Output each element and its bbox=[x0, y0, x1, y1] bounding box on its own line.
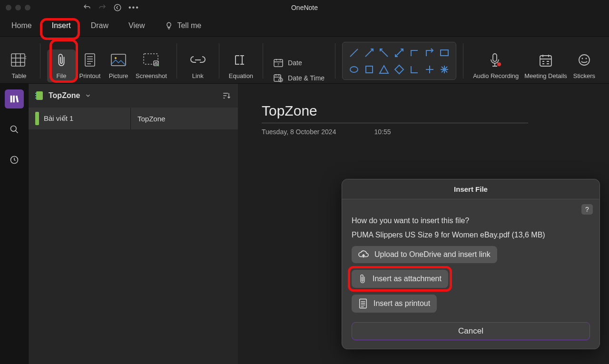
shape-ellipse-icon[interactable] bbox=[349, 64, 359, 75]
shape-rect-icon[interactable] bbox=[439, 48, 450, 58]
insert-file-label: File bbox=[57, 72, 67, 79]
insert-table-button[interactable]: Table bbox=[5, 49, 33, 82]
shape-axis-icon[interactable] bbox=[409, 64, 420, 75]
svg-rect-23 bbox=[36, 91, 43, 100]
svg-rect-3 bbox=[111, 54, 126, 66]
notebook-name-label: TopZone bbox=[49, 91, 80, 100]
maximize-window-icon[interactable] bbox=[25, 5, 30, 10]
shape-diamond-icon[interactable] bbox=[394, 64, 404, 75]
svg-point-4 bbox=[115, 57, 117, 59]
dialog-question: How do you want to insert this file? bbox=[352, 207, 590, 225]
back-icon[interactable] bbox=[113, 3, 122, 12]
upload-onedrive-label: Upload to OneDrive and insert link bbox=[374, 250, 491, 259]
shape-elbow-arrow-icon[interactable] bbox=[424, 48, 435, 58]
insert-link-button[interactable]: Link bbox=[184, 49, 212, 82]
dialog-filename: PUMA Slippers US Size 9 for Women eBay.p… bbox=[352, 231, 590, 239]
page-item[interactable]: TopZone bbox=[131, 108, 238, 129]
minimize-window-icon[interactable] bbox=[15, 5, 21, 10]
picture-icon bbox=[111, 51, 126, 69]
shape-star-icon[interactable] bbox=[439, 64, 450, 75]
insert-printout-button-dialog[interactable]: Insert as printout bbox=[352, 295, 437, 313]
titlebar: ••• OneNote bbox=[0, 0, 609, 15]
rail-search[interactable] bbox=[5, 120, 24, 139]
insert-file-button[interactable]: File bbox=[47, 49, 76, 82]
page-time: 10:55 bbox=[374, 128, 391, 136]
ribbon-insert: Table File Printout Picture Screen bbox=[0, 36, 609, 84]
shape-double-arrow-icon[interactable] bbox=[394, 48, 404, 58]
svg-point-7 bbox=[155, 62, 157, 64]
table-icon bbox=[11, 51, 27, 69]
ribbon-tabs: Home Insert Draw View Tell me bbox=[0, 15, 609, 36]
svg-rect-26 bbox=[35, 98, 37, 98]
svg-point-21 bbox=[10, 126, 16, 132]
meeting-details-button[interactable]: Meeting Details bbox=[521, 50, 570, 82]
shape-arrow-icon[interactable] bbox=[364, 48, 374, 58]
svg-point-19 bbox=[581, 58, 583, 59]
shape-elbow-icon[interactable] bbox=[409, 48, 420, 58]
dialog-help-button[interactable]: ? bbox=[581, 204, 593, 215]
screenshot-icon bbox=[143, 51, 159, 69]
section-label: Bài viết 1 bbox=[44, 114, 73, 123]
audio-recording-label: Audio Recording bbox=[473, 73, 519, 79]
svg-rect-17 bbox=[540, 56, 551, 66]
insert-date-button[interactable]: 7 Date bbox=[274, 59, 324, 67]
insert-datetime-label: Date & Time bbox=[288, 74, 324, 82]
tell-me-label: Tell me bbox=[177, 21, 201, 30]
rail-notebooks[interactable] bbox=[5, 89, 24, 108]
notebook-picker[interactable]: TopZone bbox=[29, 84, 238, 108]
shape-triangle-icon[interactable] bbox=[379, 64, 389, 75]
tab-view[interactable]: View bbox=[124, 19, 149, 33]
tab-draw[interactable]: Draw bbox=[86, 19, 113, 33]
shape-cross-icon[interactable] bbox=[424, 64, 435, 75]
section-color-tab bbox=[35, 112, 39, 125]
shapes-palette[interactable] bbox=[342, 42, 456, 80]
calendar-clock-icon bbox=[274, 74, 283, 82]
insert-equation-button[interactable]: Equation bbox=[226, 49, 256, 82]
redo-icon[interactable] bbox=[98, 3, 107, 12]
insert-screenshot-button[interactable]: Screenshot bbox=[133, 49, 170, 82]
shape-line-icon[interactable] bbox=[349, 48, 359, 58]
more-icon[interactable]: ••• bbox=[128, 3, 139, 12]
insert-picture-label: Picture bbox=[109, 72, 128, 79]
insert-printout-button[interactable]: Printout bbox=[76, 49, 104, 82]
dialog-cancel-button[interactable]: Cancel bbox=[352, 322, 590, 340]
printout-icon bbox=[84, 51, 96, 69]
rail-recent[interactable] bbox=[5, 150, 24, 169]
tab-insert[interactable]: Insert bbox=[47, 19, 76, 33]
section-item[interactable]: Bài viết 1 bbox=[29, 108, 130, 129]
calendar-details-icon bbox=[539, 52, 552, 69]
stickers-button[interactable]: Stickers bbox=[570, 49, 599, 82]
notebook-icon bbox=[35, 91, 44, 100]
close-window-icon[interactable] bbox=[6, 5, 11, 10]
insert-attachment-button[interactable]: Insert as attachment bbox=[352, 270, 448, 288]
svg-point-0 bbox=[114, 4, 121, 11]
app-title: OneNote bbox=[291, 4, 318, 11]
insert-picture-button[interactable]: Picture bbox=[104, 49, 133, 82]
insert-printout-dialog-label: Insert as printout bbox=[373, 299, 430, 308]
tab-home[interactable]: Home bbox=[7, 19, 37, 33]
audio-recording-button[interactable]: Audio Recording bbox=[470, 50, 521, 82]
page-date: Tuesday, 8 October 2024 bbox=[262, 128, 336, 136]
window-controls[interactable] bbox=[6, 5, 30, 10]
left-rail bbox=[0, 84, 29, 364]
tell-me[interactable]: Tell me bbox=[160, 19, 206, 33]
navigation-sidebar: TopZone Bài viết 1 TopZone bbox=[29, 84, 238, 364]
chevron-down-icon bbox=[85, 92, 91, 99]
shape-arrow2-icon[interactable] bbox=[379, 48, 389, 58]
svg-rect-12 bbox=[441, 50, 448, 56]
sort-icon[interactable] bbox=[222, 91, 231, 100]
undo-icon[interactable] bbox=[83, 3, 91, 12]
meeting-details-label: Meeting Details bbox=[524, 73, 567, 79]
dialog-title: Insert File bbox=[342, 179, 599, 199]
page-title-input[interactable] bbox=[262, 103, 528, 123]
svg-rect-14 bbox=[366, 66, 373, 73]
calendar-icon: 7 bbox=[274, 59, 283, 67]
insert-file-dialog: Insert File ? How do you want to insert … bbox=[342, 179, 600, 349]
shape-square-icon[interactable] bbox=[364, 64, 374, 75]
svg-point-18 bbox=[579, 55, 589, 65]
svg-point-16 bbox=[497, 62, 501, 66]
insert-datetime-button[interactable]: Date & Time bbox=[274, 74, 324, 82]
upload-onedrive-button[interactable]: Upload to OneDrive and insert link bbox=[352, 246, 497, 263]
lightbulb-icon bbox=[165, 21, 173, 30]
mic-icon bbox=[489, 52, 503, 69]
